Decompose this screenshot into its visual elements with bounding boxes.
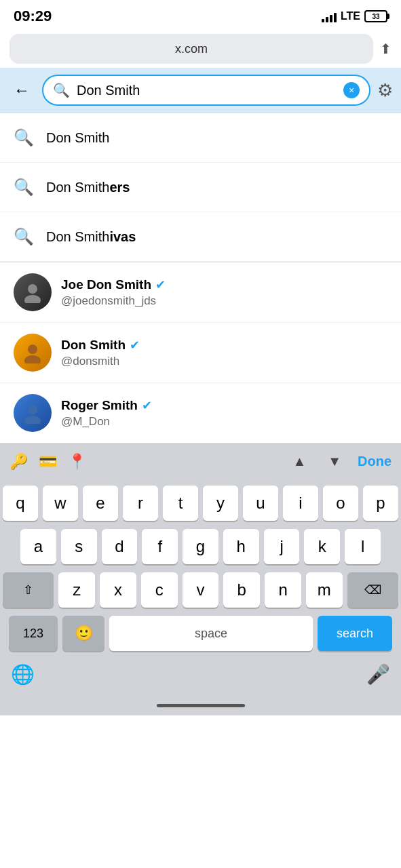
verified-badge: ✔ [155, 277, 166, 292]
keyboard-toolbar: 🔑 💳 📍 ▲ ▼ Done [0, 443, 401, 479]
key-y[interactable]: y [203, 486, 238, 521]
suggestion-item[interactable]: 🔍 Don Smith [0, 113, 401, 163]
done-button[interactable]: Done [358, 454, 392, 469]
emoji-key[interactable]: 🙂 [62, 616, 104, 651]
key-h[interactable]: h [223, 529, 259, 564]
keyboard-row-4: 123 🙂 space search [3, 616, 398, 651]
user-item[interactable]: Joe Don Smith ✔ @joedonsmith_jds [0, 262, 401, 323]
key-t[interactable]: t [163, 486, 198, 521]
key-f[interactable]: f [142, 529, 178, 564]
key-q[interactable]: q [3, 486, 38, 521]
avatar [14, 273, 52, 311]
key-i[interactable]: i [283, 486, 318, 521]
key-d[interactable]: d [102, 529, 138, 564]
user-name-row: Roger Smith ✔ [61, 398, 387, 413]
url-bar: x.com ⬆︎ [0, 30, 401, 68]
verified-badge: ✔ [142, 398, 152, 413]
signal-icon [322, 10, 337, 22]
keyboard-row-2: a s d f g h j k l [3, 529, 398, 564]
nav-down-button[interactable]: ▼ [322, 451, 347, 472]
search-pill-icon: 🔍 [53, 82, 70, 98]
key-b[interactable]: b [223, 572, 260, 608]
user-info: Don Smith ✔ @donsmith [61, 338, 387, 368]
search-icon: 🔍 [14, 227, 34, 246]
key-m[interactable]: m [306, 572, 343, 608]
svg-point-5 [24, 416, 41, 424]
home-indicator [0, 695, 401, 715]
user-name: Roger Smith [61, 398, 138, 413]
search-pill[interactable]: 🔍 × [42, 75, 370, 106]
keyboard-row-3: ⇧ z x c v b n m ⌫ [3, 572, 398, 608]
user-info: Roger Smith ✔ @M_Don [61, 398, 387, 429]
key-p[interactable]: p [363, 486, 398, 521]
suggestion-text: Don Smithers [46, 180, 130, 195]
suggestion-text: Don Smith [46, 130, 109, 146]
user-name-row: Joe Don Smith ✔ [61, 277, 387, 292]
keyboard-row-1: q w e r t y u i o p [3, 486, 398, 521]
share-icon[interactable]: ⬆︎ [380, 41, 392, 57]
key-o[interactable]: o [323, 486, 358, 521]
suggestion-text: Don Smithivas [46, 229, 136, 245]
key-x[interactable]: x [100, 572, 136, 608]
user-handle: @joedonsmith_jds [61, 294, 387, 308]
user-name: Don Smith [61, 338, 126, 353]
key-s[interactable]: s [61, 529, 97, 564]
user-info: Joe Don Smith ✔ @joedonsmith_jds [61, 277, 387, 308]
key-a[interactable]: a [20, 529, 56, 564]
svg-point-1 [24, 295, 41, 303]
clear-button[interactable]: × [343, 82, 360, 98]
suggestion-item[interactable]: 🔍 Don Smithivas [0, 212, 401, 262]
avatar [14, 334, 52, 372]
key-u[interactable]: u [243, 486, 278, 521]
url-pill[interactable]: x.com [9, 34, 373, 64]
key-g[interactable]: g [183, 529, 218, 564]
back-button[interactable]: ← [8, 78, 35, 102]
key-w[interactable]: w [43, 486, 78, 521]
user-name: Joe Don Smith [61, 277, 151, 292]
svg-point-4 [28, 405, 37, 414]
search-header: ← 🔍 × ⚙ [0, 68, 401, 113]
nav-up-button[interactable]: ▲ [287, 451, 311, 472]
suggestions-list: 🔍 Don Smith 🔍 Don Smithers 🔍 Don Smithiv… [0, 113, 401, 262]
suggestion-item[interactable]: 🔍 Don Smithers [0, 163, 401, 212]
verified-badge: ✔ [130, 338, 140, 353]
space-key[interactable]: space [109, 616, 313, 651]
key-k[interactable]: k [304, 529, 340, 564]
user-name-row: Don Smith ✔ [61, 338, 387, 353]
url-text: x.com [20, 42, 362, 56]
key-n[interactable]: n [265, 572, 301, 608]
user-results: Joe Don Smith ✔ @joedonsmith_jds Don Smi… [0, 262, 401, 443]
delete-key[interactable]: ⌫ [347, 572, 398, 608]
shift-key[interactable]: ⇧ [3, 572, 54, 608]
search-icon: 🔍 [14, 178, 34, 197]
user-item[interactable]: Don Smith ✔ @donsmith [0, 323, 401, 383]
keyboard: q w e r t y u i o p a s d f g h j k l ⇧ … [0, 479, 401, 695]
key-r[interactable]: r [123, 486, 158, 521]
lte-label: LTE [341, 10, 360, 22]
search-icon: 🔍 [14, 128, 34, 147]
key-l[interactable]: l [345, 529, 381, 564]
key-z[interactable]: z [58, 572, 95, 608]
avatar [14, 394, 52, 432]
svg-point-2 [28, 344, 37, 354]
svg-point-0 [28, 284, 37, 294]
home-bar [157, 704, 245, 707]
key-j[interactable]: j [264, 529, 300, 564]
numbers-key[interactable]: 123 [9, 616, 58, 651]
key-e[interactable]: e [83, 486, 118, 521]
password-icon[interactable]: 🔑 [9, 453, 28, 471]
globe-icon[interactable]: 🌐 [11, 663, 35, 686]
search-input[interactable] [77, 83, 337, 98]
location-icon[interactable]: 📍 [68, 453, 86, 471]
key-v[interactable]: v [183, 572, 219, 608]
user-handle: @donsmith [61, 355, 387, 368]
key-c[interactable]: c [141, 572, 178, 608]
user-item[interactable]: Roger Smith ✔ @M_Don [0, 383, 401, 443]
user-handle: @M_Don [61, 415, 387, 429]
settings-button[interactable]: ⚙ [377, 80, 393, 101]
svg-point-3 [24, 355, 41, 363]
mic-icon[interactable]: 🎤 [366, 663, 390, 686]
search-key[interactable]: search [318, 616, 392, 651]
card-icon[interactable]: 💳 [39, 453, 57, 471]
status-icons: LTE 33 [322, 10, 387, 22]
